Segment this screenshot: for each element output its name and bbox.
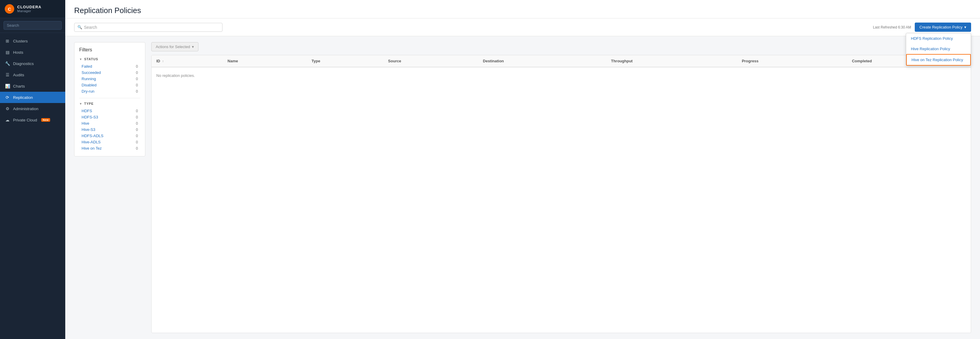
charts-icon: 📊 [5, 83, 10, 89]
sidebar-brand: CLOUDERA Manager [17, 5, 41, 13]
sidebar-item-audits[interactable]: ☰ Audits [0, 69, 65, 80]
sidebar-item-label: Private Cloud [13, 118, 37, 122]
create-policy-dropdown-menu: HDFS Replication Policy Hive Replication… [906, 33, 971, 66]
filter-item-disabled[interactable]: Disabled 0 [79, 82, 140, 88]
sidebar-item-label: Diagnostics [13, 61, 34, 66]
filter-item-hdfs[interactable]: HDFS 0 [79, 108, 140, 114]
empty-state-message: No replication policies. [151, 67, 971, 84]
policies-table: ID ↑ Name Type Source [151, 55, 971, 84]
status-chevron-icon: ▼ [79, 58, 83, 61]
type-filter-items: HDFS 0 HDFS-S3 0 Hive 0 Hive-S3 0 HDFS-A… [79, 108, 140, 151]
hdfs-replication-policy-option[interactable]: HDFS Replication Policy [906, 33, 971, 44]
sidebar-item-label: Replication [13, 95, 33, 100]
col-throughput[interactable]: Throughput [606, 55, 737, 67]
filter-item-dry-run[interactable]: Dry-run 0 [79, 88, 140, 94]
search-icon: 🔍 [77, 25, 82, 29]
filter-item-succeeded[interactable]: Succeeded 0 [79, 69, 140, 76]
sidebar-item-label: Clusters [13, 39, 28, 43]
sidebar-search-input[interactable] [3, 21, 62, 30]
replication-icon: ⟳ [5, 95, 10, 100]
sidebar-item-clusters[interactable]: ⊞ Clusters [0, 35, 65, 46]
filter-item-hive[interactable]: Hive 0 [79, 120, 140, 126]
toolbar: 🔍 Last Refreshed 6:30 AM Create Replicat… [65, 18, 980, 36]
col-destination[interactable]: Destination [478, 55, 606, 67]
main-search-box: 🔍 [74, 23, 223, 32]
filter-item-running[interactable]: Running 0 [79, 76, 140, 82]
filter-item-hive-s3[interactable]: Hive-S3 0 [79, 126, 140, 133]
filters-panel: Filters ▼ STATUS Failed 0 Succeeded 0 Ru… [74, 42, 145, 157]
col-id[interactable]: ID ↑ [151, 55, 223, 67]
sidebar-item-hosts[interactable]: ▤ Hosts [0, 46, 65, 58]
sidebar-item-label: Administration [13, 107, 38, 111]
sidebar-item-charts[interactable]: 📊 Charts [0, 80, 65, 92]
brand-subtitle: Manager [17, 9, 41, 13]
table-header: ID ↑ Name Type Source [151, 55, 971, 67]
filter-item-hdfs-adls[interactable]: HDFS-ADLS 0 [79, 133, 140, 139]
main-content: Replication Policies 🔍 Last Refreshed 6:… [65, 0, 980, 339]
cloudera-logo: C [5, 4, 14, 14]
sidebar-item-label: Charts [13, 84, 25, 88]
actions-for-selected-button[interactable]: Actions for Selected ▾ [151, 42, 199, 51]
dropdown-arrow-icon: ▾ [964, 25, 966, 29]
filter-item-hive-adls[interactable]: Hive-ADLS 0 [79, 139, 140, 145]
sidebar-item-administration[interactable]: ⚙ Administration [0, 103, 65, 114]
sidebar-search-wrapper [0, 18, 65, 33]
audits-icon: ☰ [5, 72, 10, 77]
private-cloud-icon: ☁ [5, 117, 10, 123]
sidebar-item-label: Hosts [13, 50, 24, 54]
filter-item-hive-on-tez[interactable]: Hive on Tez 0 [79, 145, 140, 151]
diagnostics-icon: 🔧 [5, 61, 10, 66]
page-header: Replication Policies [65, 0, 980, 18]
content-area: Filters ▼ STATUS Failed 0 Succeeded 0 Ru… [65, 36, 980, 339]
sidebar-item-diagnostics[interactable]: 🔧 Diagnostics [0, 58, 65, 69]
table-area: Actions for Selected ▾ ID ↑ Name [151, 42, 971, 333]
clusters-icon: ⊞ [5, 38, 10, 44]
policies-table-container: ID ↑ Name Type Source [151, 55, 971, 333]
actions-bar: Actions for Selected ▾ [151, 42, 971, 51]
type-filter-header[interactable]: ▼ TYPE [79, 102, 140, 106]
type-chevron-icon: ▼ [79, 102, 83, 106]
sidebar: C CLOUDERA Manager ⊞ Clusters ▤ Hosts 🔧 … [0, 0, 65, 339]
empty-state-row: No replication policies. [151, 67, 971, 84]
create-replication-policy-button[interactable]: Create Replication Policy ▾ [915, 22, 971, 32]
page-title: Replication Policies [74, 6, 971, 15]
status-filter-header[interactable]: ▼ STATUS [79, 57, 140, 61]
main-search-input[interactable] [84, 25, 219, 30]
col-name[interactable]: Name [223, 55, 307, 67]
hive-replication-policy-option[interactable]: Hive Replication Policy [906, 44, 971, 54]
last-refreshed: Last Refreshed 6:30 AM [873, 25, 911, 29]
filter-item-failed[interactable]: Failed 0 [79, 63, 140, 69]
filter-divider [79, 98, 140, 98]
sort-icon: ↑ [162, 59, 164, 63]
sidebar-item-label: Audits [13, 73, 24, 77]
hosts-icon: ▤ [5, 50, 10, 55]
actions-dropdown-icon: ▾ [192, 45, 194, 49]
filters-title: Filters [79, 47, 140, 53]
status-filter-label: STATUS [84, 57, 98, 61]
sidebar-header: C CLOUDERA Manager [0, 0, 65, 18]
type-filter-label: TYPE [84, 102, 94, 106]
administration-icon: ⚙ [5, 106, 10, 111]
hive-on-tez-replication-policy-option[interactable]: Hive on Tez Replication Policy [906, 54, 971, 66]
sidebar-nav: ⊞ Clusters ▤ Hosts 🔧 Diagnostics ☰ Audit… [0, 33, 65, 339]
new-badge: New [41, 118, 50, 122]
sidebar-item-private-cloud[interactable]: ☁ Private Cloud New [0, 114, 65, 126]
table-body: No replication policies. [151, 67, 971, 84]
create-policy-dropdown-container: Create Replication Policy ▾ HDFS Replica… [915, 22, 971, 32]
filter-item-hdfs-s3[interactable]: HDFS-S3 0 [79, 114, 140, 120]
sidebar-item-replication[interactable]: ⟳ Replication [0, 92, 65, 103]
col-source[interactable]: Source [383, 55, 478, 67]
col-progress[interactable]: Progress [737, 55, 847, 67]
brand-name: CLOUDERA [17, 5, 41, 10]
status-filter-items: Failed 0 Succeeded 0 Running 0 Disabled … [79, 63, 140, 94]
col-type[interactable]: Type [307, 55, 383, 67]
